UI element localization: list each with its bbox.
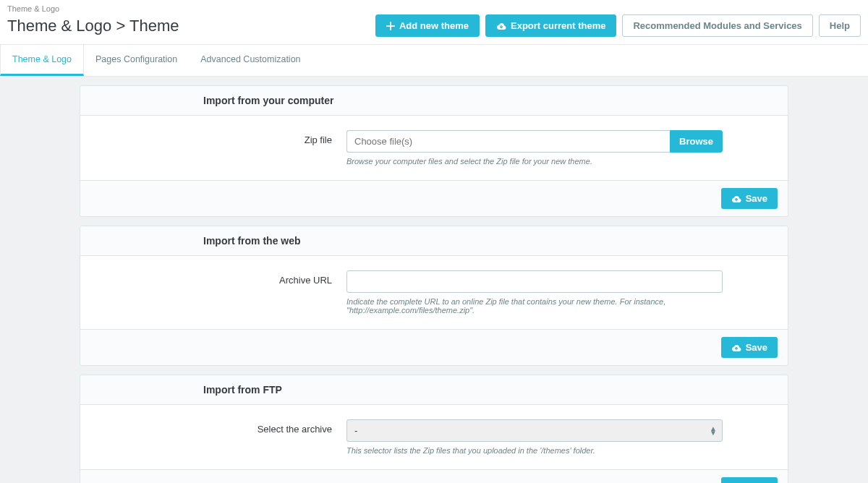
save-button[interactable]: Save xyxy=(721,188,778,209)
page-header: Theme & Logo Theme & Logo > Theme Add ne… xyxy=(0,0,868,45)
panel-body: Select the archive - ▲▼ This selector li… xyxy=(80,405,788,469)
cloud-upload-icon xyxy=(731,343,741,352)
help-button[interactable]: Help xyxy=(819,14,861,37)
save-button[interactable]: Save xyxy=(721,337,778,358)
form-row: Select the archive - ▲▼ This selector li… xyxy=(93,419,775,455)
browse-button[interactable]: Browse xyxy=(670,130,723,153)
select-archive-label: Select the archive xyxy=(93,419,332,435)
form-control-wrap: Browse Browse your computer files and se… xyxy=(346,130,723,166)
save-label: Save xyxy=(746,342,767,353)
page-title: Theme & Logo > Theme xyxy=(7,17,179,35)
breadcrumb: Theme & Logo xyxy=(7,4,861,13)
recommended-label: Recommended Modules and Services xyxy=(633,20,801,31)
add-theme-button[interactable]: Add new theme xyxy=(375,14,480,37)
form-control-wrap: Indicate the complete URL to an online Z… xyxy=(346,270,723,315)
panel-title: Import from your computer xyxy=(203,95,775,106)
tabs: Theme & Logo Pages Configuration Advance… xyxy=(0,45,868,77)
archive-select[interactable]: - xyxy=(346,419,723,442)
panel-import-ftp: Import from FTP Select the archive - ▲▼ … xyxy=(80,375,788,483)
form-control-wrap: - ▲▼ This selector lists the Zip files t… xyxy=(346,419,723,455)
form-row: Archive URL Indicate the complete URL to… xyxy=(93,270,775,315)
panel-import-web: Import from the web Archive URL Indicate… xyxy=(80,226,788,366)
archive-url-label: Archive URL xyxy=(93,270,332,286)
help-text: Indicate the complete URL to an online Z… xyxy=(346,297,723,315)
cloud-upload-icon xyxy=(731,195,741,203)
tab-label: Theme & Logo xyxy=(12,54,72,64)
export-theme-label: Export current theme xyxy=(511,20,605,31)
save-label: Save xyxy=(746,193,767,204)
tab-label: Advanced Customization xyxy=(200,54,300,64)
panel-footer: Save xyxy=(80,329,788,365)
tab-pages-config[interactable]: Pages Configuration xyxy=(84,45,189,76)
tab-label: Pages Configuration xyxy=(95,54,177,64)
export-theme-button[interactable]: Export current theme xyxy=(485,14,616,37)
help-text: This selector lists the Zip files that y… xyxy=(346,446,723,455)
panel-footer: Save xyxy=(80,469,788,483)
cloud-download-icon xyxy=(496,22,506,30)
help-text: Browse your computer files and select th… xyxy=(346,157,723,166)
panel-body: Archive URL Indicate the complete URL to… xyxy=(80,256,788,329)
plus-icon xyxy=(386,22,395,30)
panel-footer: Save xyxy=(80,180,788,216)
panel-header: Import from your computer xyxy=(80,86,788,116)
help-label: Help xyxy=(830,20,850,31)
save-button[interactable]: Save xyxy=(721,477,778,483)
zip-file-label: Zip file xyxy=(93,130,332,145)
panel-header: Import from FTP xyxy=(80,375,788,405)
tab-advanced[interactable]: Advanced Customization xyxy=(189,45,312,76)
recommended-button[interactable]: Recommended Modules and Services xyxy=(622,14,812,37)
panel-header: Import from the web xyxy=(80,226,788,256)
archive-url-input[interactable] xyxy=(346,270,723,293)
file-input-group: Browse xyxy=(346,130,723,153)
header-row: Theme & Logo > Theme Add new theme Expor… xyxy=(7,14,861,37)
tab-theme-logo[interactable]: Theme & Logo xyxy=(0,45,84,76)
panel-title: Import from the web xyxy=(203,235,775,247)
panel-body: Zip file Browse Browse your computer fil… xyxy=(80,116,788,180)
form-row: Zip file Browse Browse your computer fil… xyxy=(93,130,775,166)
add-theme-label: Add new theme xyxy=(399,20,469,31)
panel-import-computer: Import from your computer Zip file Brows… xyxy=(80,85,788,217)
header-actions: Add new theme Export current theme Recom… xyxy=(375,14,861,37)
zip-file-input[interactable] xyxy=(346,130,670,153)
browse-label: Browse xyxy=(679,136,713,147)
panel-title: Import from FTP xyxy=(203,384,775,396)
content-area: Import from your computer Zip file Brows… xyxy=(0,77,868,483)
select-wrap: - ▲▼ xyxy=(346,419,723,442)
